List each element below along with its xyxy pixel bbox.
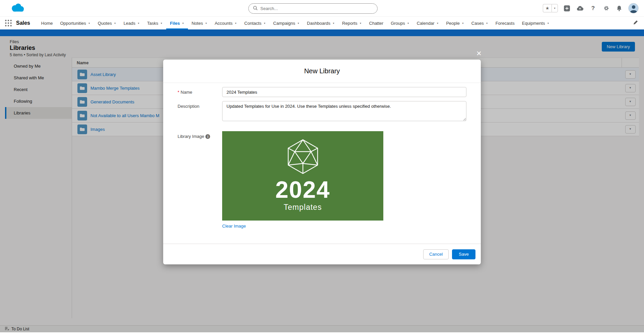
nav-tab-reports[interactable]: Reports ▼	[338, 17, 365, 29]
library-image-label: Library Image i	[178, 131, 222, 229]
chevron-down-icon: ▼	[486, 22, 488, 24]
nav-tabs: Home Opportunities ▼ Quotes ▼ Leads ▼ Ta…	[38, 17, 553, 29]
nav-tab-notes[interactable]: Notes ▼	[188, 17, 211, 29]
nav-tab-chatter[interactable]: Chatter	[366, 17, 387, 29]
global-header: ★ ▼ ?	[0, 0, 644, 17]
name-label: * Name	[178, 87, 222, 97]
global-search[interactable]	[248, 3, 378, 14]
nav-tab-accounts[interactable]: Accounts ▼	[211, 17, 241, 29]
nav-tab-label: Opportunities	[60, 21, 86, 26]
nav-tab-label: Notes	[192, 21, 203, 26]
nav-tab-files[interactable]: Files ▼	[166, 17, 188, 29]
nav-tab-quotes[interactable]: Quotes ▼	[94, 17, 120, 29]
chevron-down-icon: ▼	[182, 22, 184, 24]
nav-tab-label: Forecasts	[496, 21, 515, 26]
chevron-down-icon: ▼	[297, 22, 300, 24]
nav-tab-calendar[interactable]: Calendar ▼	[413, 17, 443, 29]
nav-tab-label: Campaigns	[273, 21, 295, 26]
nav-tab-label: Quotes	[98, 21, 112, 26]
add-icon[interactable]	[563, 4, 571, 12]
close-icon[interactable]: ×	[476, 49, 481, 58]
user-avatar[interactable]	[628, 3, 639, 13]
info-icon[interactable]: i	[205, 134, 210, 139]
chevron-down-icon: ▼	[332, 22, 335, 24]
nav-tab-campaigns[interactable]: Campaigns ▼	[269, 17, 303, 29]
clear-image-link[interactable]: Clear Image	[222, 224, 246, 229]
nav-tab-forecasts[interactable]: Forecasts	[492, 17, 518, 29]
nav-tab-people[interactable]: People ▼	[442, 17, 467, 29]
library-image-preview: 2024 Templates	[222, 131, 383, 221]
nav-tab-label: Chatter	[369, 21, 384, 26]
salesforce-logo-icon	[9, 2, 25, 14]
chevron-down-icon: ▼	[235, 22, 237, 24]
nav-tab-label: Contacts	[244, 21, 261, 26]
chevron-down-icon: ▼	[462, 22, 464, 24]
app-nav-bar: Sales Home Opportunities ▼ Quotes ▼ Lead…	[0, 17, 644, 29]
modal-body: * Name Description Updated Templates for…	[163, 83, 481, 244]
nav-tab-label: Home	[41, 21, 53, 26]
new-library-modal: × New Library * Name Description Updated…	[163, 60, 481, 264]
image-caption-text: Templates	[284, 203, 322, 212]
search-icon	[253, 6, 258, 12]
chevron-down-icon: ▼	[137, 22, 140, 24]
search-input[interactable]	[260, 6, 373, 11]
nav-tab-contacts[interactable]: Contacts ▼	[241, 17, 269, 29]
modal-footer: Cancel Save	[163, 244, 481, 264]
nav-tab-groups[interactable]: Groups ▼	[387, 17, 413, 29]
nav-tab-home[interactable]: Home	[38, 17, 57, 29]
notifications-bell-icon[interactable]	[615, 4, 623, 12]
nav-tab-label: Accounts	[215, 21, 233, 26]
nav-tab-tasks[interactable]: Tasks ▼	[143, 17, 166, 29]
brand-band	[0, 29, 644, 36]
upload-cloud-icon[interactable]	[576, 4, 584, 12]
chevron-down-icon: ▼	[114, 22, 116, 24]
edit-nav-pencil-icon[interactable]	[632, 19, 639, 27]
nav-tab-label: People	[446, 21, 459, 26]
help-icon[interactable]: ?	[589, 4, 597, 12]
chevron-down-icon: ▼	[160, 22, 163, 24]
cancel-button[interactable]: Cancel	[423, 249, 449, 259]
nav-tab-cases[interactable]: Cases ▼	[468, 17, 492, 29]
header-actions: ★ ▼ ?	[543, 3, 639, 13]
modal-header: New Library	[163, 60, 481, 83]
chevron-down-icon: ▼	[360, 22, 362, 24]
nav-tab-label: Reports	[342, 21, 358, 26]
favorites-star-icon[interactable]: ★	[543, 4, 552, 12]
nav-tab-label: Leads	[124, 21, 135, 26]
bottom-strip	[0, 332, 644, 336]
modal-title: New Library	[304, 67, 340, 75]
nav-tab-label: Cases	[471, 21, 484, 26]
nav-tab-label: Equipments	[522, 21, 545, 26]
nav-tab-label: Tasks	[147, 21, 158, 26]
nav-tab-dashboards[interactable]: Dashboards ▼	[303, 17, 338, 29]
library-description-input[interactable]: Updated Templates for Use in 2024. Use t…	[222, 101, 466, 121]
nav-tab-label: Calendar	[417, 21, 435, 26]
chevron-down-icon: ▼	[88, 22, 90, 24]
nav-tab-label: Files	[170, 21, 180, 26]
save-button[interactable]: Save	[452, 249, 475, 259]
nav-tab-equipments[interactable]: Equipments ▼	[518, 17, 553, 29]
nav-tab-opportunities[interactable]: Opportunities ▼	[57, 17, 94, 29]
nav-tab-leads[interactable]: Leads ▼	[120, 17, 143, 29]
chevron-down-icon: ▼	[547, 22, 549, 24]
chevron-down-icon: ▼	[205, 22, 207, 24]
required-asterisk: *	[178, 90, 179, 95]
setup-gear-icon[interactable]	[602, 4, 610, 12]
nav-tab-label: Dashboards	[307, 21, 330, 26]
geodesic-sphere-icon	[283, 138, 323, 177]
app-launcher-icon[interactable]	[5, 19, 12, 27]
library-name-input[interactable]	[222, 87, 466, 97]
favorites-dropdown-icon[interactable]: ▼	[552, 4, 558, 12]
image-year-text: 2024	[275, 178, 330, 201]
chevron-down-icon: ▼	[437, 22, 439, 24]
nav-tab-label: Groups	[391, 21, 405, 26]
description-label: Description	[178, 101, 222, 122]
chevron-down-icon: ▼	[263, 22, 266, 24]
app-name: Sales	[16, 20, 30, 26]
chevron-down-icon: ▼	[407, 22, 409, 24]
